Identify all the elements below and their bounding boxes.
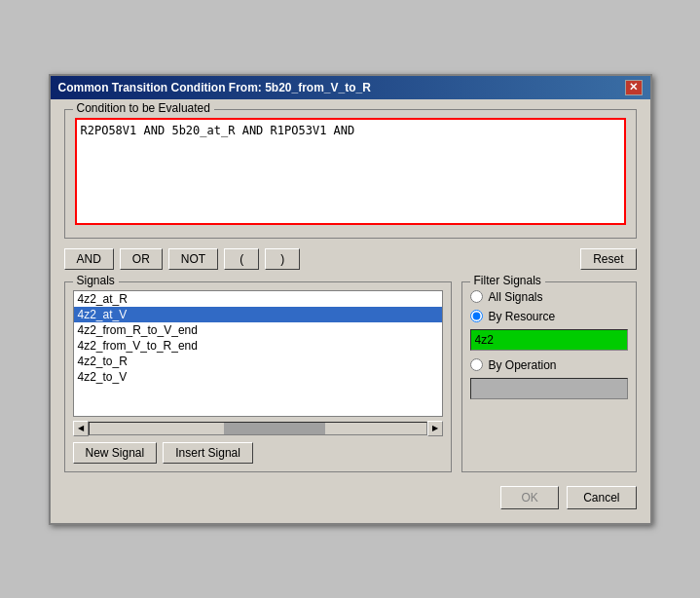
signal-list-item[interactable]: 4z2_at_V (74, 307, 442, 322)
by-operation-radio[interactable] (470, 358, 483, 371)
signal-list-item[interactable]: 4z2_from_V_to_R_end (74, 338, 442, 354)
logic-buttons-row: AND OR NOT ( ) Reset (64, 248, 637, 270)
by-resource-label: By Resource (489, 310, 556, 323)
all-signals-row: All Signals (470, 290, 628, 304)
main-dialog: Common Transition Condition From: 5b20_f… (49, 74, 652, 525)
by-operation-label: By Operation (489, 358, 557, 372)
scroll-track[interactable] (89, 422, 427, 435)
all-signals-radio[interactable] (470, 290, 483, 303)
signal-list-item[interactable]: 4z2_to_R (74, 354, 442, 369)
signals-group-label: Signals (73, 274, 119, 287)
all-signals-label: All Signals (489, 290, 543, 304)
title-bar: Common Transition Condition From: 5b20_f… (51, 76, 650, 99)
condition-textarea[interactable] (75, 118, 626, 225)
condition-group: Condition to be Evaluated (64, 109, 637, 239)
new-signal-button[interactable]: New Signal (73, 442, 158, 464)
scroll-left-button[interactable]: ◀ (73, 421, 89, 436)
signal-list-item[interactable]: 4z2_to_V (74, 369, 442, 385)
open-paren-button[interactable]: ( (224, 248, 259, 270)
not-button[interactable]: NOT (168, 248, 218, 270)
scroll-thumb (224, 423, 325, 434)
by-resource-row: By Resource (470, 310, 628, 323)
condition-group-label: Condition to be Evaluated (73, 101, 214, 115)
by-operation-input (470, 378, 628, 399)
signals-list[interactable]: 4z2_at_R4z2_at_V4z2_from_R_to_V_end4z2_f… (73, 290, 443, 417)
by-resource-input[interactable] (470, 329, 628, 351)
dialog-footer: OK Cancel (64, 482, 637, 509)
by-resource-radio[interactable] (470, 310, 483, 322)
filter-group: Filter Signals All Signals By Resource B… (461, 281, 637, 472)
ok-button[interactable]: OK (500, 486, 559, 509)
close-paren-button[interactable]: ) (265, 248, 300, 270)
signal-list-item[interactable]: 4z2_at_R (74, 291, 442, 307)
signals-group: Signals 4z2_at_R4z2_at_V4z2_from_R_to_V_… (64, 281, 452, 472)
by-operation-row: By Operation (470, 358, 628, 372)
signal-list-item[interactable]: 4z2_from_R_to_V_end (74, 322, 442, 338)
filter-group-label: Filter Signals (470, 274, 545, 287)
scrollbar: ◀ ▶ (73, 421, 443, 436)
and-button[interactable]: AND (64, 248, 114, 270)
scroll-right-button[interactable]: ▶ (427, 421, 443, 436)
bottom-section: Signals 4z2_at_R4z2_at_V4z2_from_R_to_V_… (64, 281, 637, 472)
close-button[interactable]: ✕ (625, 80, 643, 95)
cancel-button[interactable]: Cancel (567, 486, 636, 509)
signals-buttons-row: New Signal Insert Signal (73, 442, 443, 464)
insert-signal-button[interactable]: Insert Signal (163, 442, 253, 464)
reset-button[interactable]: Reset (580, 248, 636, 270)
dialog-title: Common Transition Condition From: 5b20_f… (58, 81, 371, 94)
or-button[interactable]: OR (120, 248, 163, 270)
